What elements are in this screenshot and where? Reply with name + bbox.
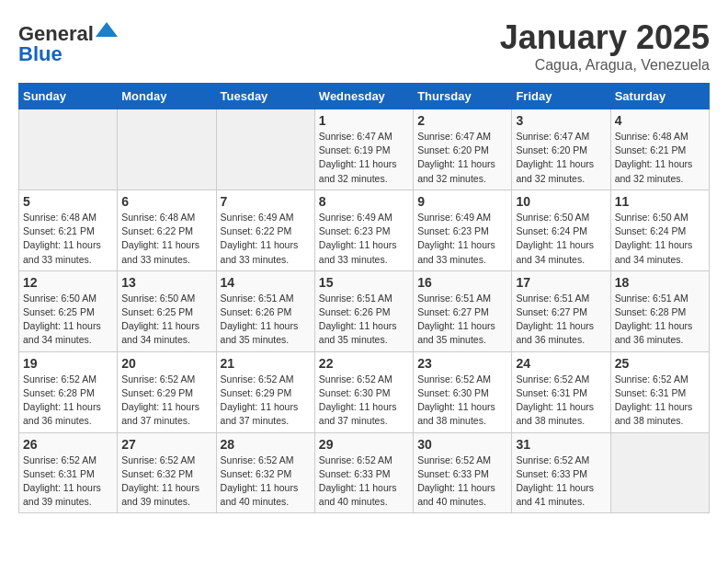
calendar-cell: 16Sunrise: 6:51 AM Sunset: 6:27 PM Dayli… xyxy=(414,270,512,351)
calendar-cell: 26Sunrise: 6:52 AM Sunset: 6:31 PM Dayli… xyxy=(19,432,118,513)
day-number: 25 xyxy=(615,356,705,371)
calendar-cell: 4Sunrise: 6:48 AM Sunset: 6:21 PM Daylig… xyxy=(610,109,709,190)
day-info: Sunrise: 6:48 AM Sunset: 6:21 PM Dayligh… xyxy=(615,130,705,186)
weekday-header: Friday xyxy=(512,84,610,109)
day-number: 13 xyxy=(121,275,211,290)
calendar-body: 1Sunrise: 6:47 AM Sunset: 6:19 PM Daylig… xyxy=(19,109,710,513)
day-info: Sunrise: 6:47 AM Sunset: 6:19 PM Dayligh… xyxy=(319,130,409,186)
day-number: 21 xyxy=(221,356,311,371)
day-info: Sunrise: 6:52 AM Sunset: 6:32 PM Dayligh… xyxy=(221,454,311,510)
calendar-cell: 28Sunrise: 6:52 AM Sunset: 6:32 PM Dayli… xyxy=(216,432,314,513)
day-number: 31 xyxy=(516,437,606,452)
day-number: 15 xyxy=(319,275,409,290)
calendar-week-row: 26Sunrise: 6:52 AM Sunset: 6:31 PM Dayli… xyxy=(19,432,710,513)
day-number: 23 xyxy=(417,356,507,371)
calendar-cell: 10Sunrise: 6:50 AM Sunset: 6:24 PM Dayli… xyxy=(512,190,610,270)
calendar-cell xyxy=(19,109,118,190)
weekday-header: Thursday xyxy=(414,84,512,109)
calendar-table: SundayMondayTuesdayWednesdayThursdayFrid… xyxy=(18,83,710,513)
day-number: 11 xyxy=(615,194,705,209)
calendar-cell: 5Sunrise: 6:48 AM Sunset: 6:21 PM Daylig… xyxy=(19,190,118,270)
day-number: 18 xyxy=(615,275,705,290)
calendar-header-row: SundayMondayTuesdayWednesdayThursdayFrid… xyxy=(19,84,710,109)
day-info: Sunrise: 6:51 AM Sunset: 6:26 PM Dayligh… xyxy=(221,292,311,348)
svg-marker-0 xyxy=(96,22,118,37)
day-info: Sunrise: 6:52 AM Sunset: 6:32 PM Dayligh… xyxy=(121,454,211,510)
calendar-cell: 25Sunrise: 6:52 AM Sunset: 6:31 PM Dayli… xyxy=(610,351,709,432)
day-info: Sunrise: 6:50 AM Sunset: 6:25 PM Dayligh… xyxy=(23,292,113,348)
logo: General Blue xyxy=(18,18,118,64)
calendar-cell: 27Sunrise: 6:52 AM Sunset: 6:32 PM Dayli… xyxy=(118,432,216,513)
day-number: 4 xyxy=(615,113,705,128)
day-number: 5 xyxy=(23,194,113,209)
day-number: 10 xyxy=(516,194,606,209)
day-info: Sunrise: 6:52 AM Sunset: 6:30 PM Dayligh… xyxy=(417,373,507,429)
calendar-cell: 12Sunrise: 6:50 AM Sunset: 6:25 PM Dayli… xyxy=(19,270,118,351)
day-info: Sunrise: 6:47 AM Sunset: 6:20 PM Dayligh… xyxy=(516,130,606,186)
day-info: Sunrise: 6:52 AM Sunset: 6:33 PM Dayligh… xyxy=(319,454,409,510)
day-number: 2 xyxy=(417,113,507,128)
day-number: 9 xyxy=(417,194,507,209)
day-info: Sunrise: 6:49 AM Sunset: 6:23 PM Dayligh… xyxy=(417,211,507,267)
day-number: 14 xyxy=(221,275,311,290)
calendar-cell: 1Sunrise: 6:47 AM Sunset: 6:19 PM Daylig… xyxy=(314,109,413,190)
calendar-week-row: 5Sunrise: 6:48 AM Sunset: 6:21 PM Daylig… xyxy=(19,190,710,270)
calendar-cell: 14Sunrise: 6:51 AM Sunset: 6:26 PM Dayli… xyxy=(216,270,314,351)
day-info: Sunrise: 6:50 AM Sunset: 6:24 PM Dayligh… xyxy=(615,211,705,267)
day-number: 16 xyxy=(417,275,507,290)
calendar-cell: 2Sunrise: 6:47 AM Sunset: 6:20 PM Daylig… xyxy=(414,109,512,190)
calendar-cell: 29Sunrise: 6:52 AM Sunset: 6:33 PM Dayli… xyxy=(314,432,413,513)
calendar-cell: 13Sunrise: 6:50 AM Sunset: 6:25 PM Dayli… xyxy=(118,270,216,351)
day-number: 30 xyxy=(417,437,507,452)
day-number: 8 xyxy=(319,194,409,209)
calendar-cell: 23Sunrise: 6:52 AM Sunset: 6:30 PM Dayli… xyxy=(414,351,512,432)
calendar-week-row: 12Sunrise: 6:50 AM Sunset: 6:25 PM Dayli… xyxy=(19,270,710,351)
day-number: 17 xyxy=(516,275,606,290)
calendar-cell xyxy=(216,109,314,190)
day-number: 6 xyxy=(121,194,211,209)
day-number: 28 xyxy=(221,437,311,452)
day-info: Sunrise: 6:52 AM Sunset: 6:31 PM Dayligh… xyxy=(516,373,606,429)
day-info: Sunrise: 6:51 AM Sunset: 6:27 PM Dayligh… xyxy=(516,292,606,348)
calendar-cell: 18Sunrise: 6:51 AM Sunset: 6:28 PM Dayli… xyxy=(610,270,709,351)
weekday-header: Wednesday xyxy=(314,84,413,109)
day-number: 12 xyxy=(23,275,113,290)
day-info: Sunrise: 6:50 AM Sunset: 6:25 PM Dayligh… xyxy=(121,292,211,348)
day-info: Sunrise: 6:52 AM Sunset: 6:28 PM Dayligh… xyxy=(23,373,113,429)
day-number: 20 xyxy=(121,356,211,371)
calendar-cell: 20Sunrise: 6:52 AM Sunset: 6:29 PM Dayli… xyxy=(118,351,216,432)
day-number: 19 xyxy=(23,356,113,371)
weekday-header: Sunday xyxy=(19,84,118,109)
calendar-cell: 15Sunrise: 6:51 AM Sunset: 6:26 PM Dayli… xyxy=(314,270,413,351)
calendar-cell: 31Sunrise: 6:52 AM Sunset: 6:33 PM Dayli… xyxy=(512,432,610,513)
day-number: 3 xyxy=(516,113,606,128)
day-info: Sunrise: 6:48 AM Sunset: 6:21 PM Dayligh… xyxy=(23,211,113,267)
day-number: 24 xyxy=(516,356,606,371)
day-info: Sunrise: 6:52 AM Sunset: 6:29 PM Dayligh… xyxy=(221,373,311,429)
day-info: Sunrise: 6:50 AM Sunset: 6:24 PM Dayligh… xyxy=(516,211,606,267)
calendar-cell: 17Sunrise: 6:51 AM Sunset: 6:27 PM Dayli… xyxy=(512,270,610,351)
title-block: January 2025 Cagua, Aragua, Venezuela xyxy=(500,18,710,74)
day-info: Sunrise: 6:52 AM Sunset: 6:30 PM Dayligh… xyxy=(319,373,409,429)
day-number: 7 xyxy=(221,194,311,209)
calendar-cell: 8Sunrise: 6:49 AM Sunset: 6:23 PM Daylig… xyxy=(314,190,413,270)
calendar-cell: 7Sunrise: 6:49 AM Sunset: 6:22 PM Daylig… xyxy=(216,190,314,270)
calendar-cell: 11Sunrise: 6:50 AM Sunset: 6:24 PM Dayli… xyxy=(610,190,709,270)
day-info: Sunrise: 6:47 AM Sunset: 6:20 PM Dayligh… xyxy=(417,130,507,186)
day-info: Sunrise: 6:52 AM Sunset: 6:29 PM Dayligh… xyxy=(121,373,211,429)
calendar-cell: 30Sunrise: 6:52 AM Sunset: 6:33 PM Dayli… xyxy=(414,432,512,513)
calendar-cell: 24Sunrise: 6:52 AM Sunset: 6:31 PM Dayli… xyxy=(512,351,610,432)
page-header: General Blue January 2025 Cagua, Aragua,… xyxy=(18,18,710,74)
day-info: Sunrise: 6:52 AM Sunset: 6:33 PM Dayligh… xyxy=(516,454,606,510)
calendar-week-row: 1Sunrise: 6:47 AM Sunset: 6:19 PM Daylig… xyxy=(19,109,710,190)
location-text: Cagua, Aragua, Venezuela xyxy=(500,57,710,74)
calendar-cell xyxy=(610,432,709,513)
day-info: Sunrise: 6:52 AM Sunset: 6:33 PM Dayligh… xyxy=(417,454,507,510)
day-info: Sunrise: 6:48 AM Sunset: 6:22 PM Dayligh… xyxy=(121,211,211,267)
calendar-cell: 9Sunrise: 6:49 AM Sunset: 6:23 PM Daylig… xyxy=(414,190,512,270)
calendar-cell: 19Sunrise: 6:52 AM Sunset: 6:28 PM Dayli… xyxy=(19,351,118,432)
day-number: 29 xyxy=(319,437,409,452)
weekday-header: Saturday xyxy=(610,84,709,109)
day-info: Sunrise: 6:49 AM Sunset: 6:23 PM Dayligh… xyxy=(319,211,409,267)
month-title: January 2025 xyxy=(500,18,710,57)
